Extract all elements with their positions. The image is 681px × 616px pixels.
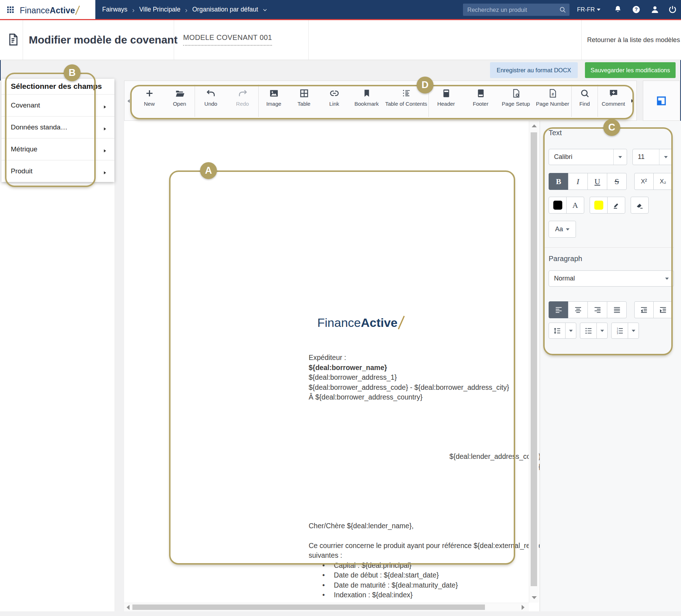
- document-page[interactable]: FinanceActive Expéditeur :${deal:borrowe…: [124, 121, 540, 611]
- properties-pane-icon: [656, 95, 667, 106]
- toolbar-bookmark-button[interactable]: Bookmark: [349, 81, 384, 120]
- horizontal-scrollbar[interactable]: [124, 603, 529, 612]
- toolbar-new-button[interactable]: New: [134, 81, 164, 120]
- chevron-right-icon: [184, 7, 189, 12]
- horizontal-scroll-thumb[interactable]: [132, 604, 485, 610]
- toolbar-item-label: Open: [173, 101, 186, 107]
- toolbar-open-button[interactable]: Open: [164, 81, 195, 120]
- numbered-list-button[interactable]: 123: [611, 323, 628, 339]
- callout-c: C: [603, 119, 620, 136]
- paragraph-section-title: Paragraph: [549, 255, 582, 263]
- align-justify-button[interactable]: [607, 301, 627, 318]
- chevron-down-icon[interactable]: [262, 7, 268, 12]
- search-input[interactable]: [463, 6, 559, 13]
- toolbar-scroll-left-icon[interactable]: [126, 98, 132, 104]
- font-color-swatch[interactable]: [549, 197, 567, 214]
- scroll-left-icon[interactable]: [127, 605, 130, 610]
- toolbar-table-button[interactable]: Table: [289, 81, 319, 120]
- vertical-scrollbar[interactable]: [529, 121, 539, 603]
- font-format-group: B I U S: [549, 173, 627, 190]
- scroll-up-icon[interactable]: [532, 124, 537, 127]
- highlight-pen-button[interactable]: [607, 197, 625, 214]
- chevron-down-icon: [659, 149, 672, 165]
- align-center-button[interactable]: [568, 301, 588, 318]
- font-size-select[interactable]: 11: [632, 149, 673, 165]
- increase-indent-icon: [659, 306, 667, 314]
- toolbar-comment-button[interactable]: Comment: [598, 81, 629, 120]
- font-family-select[interactable]: Calibri: [549, 149, 627, 165]
- paragraph-style-select[interactable]: Normal: [549, 270, 674, 287]
- italic-button[interactable]: I: [568, 173, 588, 190]
- toolbar-footer-button[interactable]: Footer: [463, 81, 498, 120]
- fields-menu-item-m-trique[interactable]: Métrique: [1, 138, 114, 160]
- underline-button[interactable]: U: [587, 173, 607, 190]
- properties-pane-toggle[interactable]: [643, 81, 680, 121]
- clear-format-button[interactable]: [631, 197, 649, 214]
- page-header: Modifier modèle de covenant MODELE COVEN…: [0, 20, 681, 60]
- submenu-arrow-icon: [103, 125, 107, 130]
- toolbar-page-number-button[interactable]: #Page Number: [534, 81, 571, 120]
- toolbar-item-label: Page Setup: [502, 101, 530, 107]
- page-number-icon: #: [548, 88, 558, 98]
- save-button[interactable]: Sauvegarder les modifications: [585, 62, 676, 78]
- align-right-button[interactable]: [587, 301, 607, 318]
- bullet-marker: •: [322, 561, 325, 571]
- find-icon: [580, 88, 590, 98]
- help-icon[interactable]: ?: [632, 5, 641, 14]
- scroll-down-icon[interactable]: [532, 596, 537, 599]
- toolbar-item-label: Find: [579, 101, 590, 107]
- app-launcher-icon[interactable]: [6, 5, 15, 14]
- fields-menu-item-donn-es-standa-[interactable]: Données standa…: [1, 117, 114, 138]
- subscript-button[interactable]: X₂: [653, 173, 673, 190]
- fields-menu-item-covenant[interactable]: Covenant: [1, 95, 114, 117]
- breadcrumb-item[interactable]: Organisation par défaut: [192, 6, 258, 13]
- align-left-button[interactable]: [549, 301, 568, 318]
- superscript-button[interactable]: X²: [634, 173, 654, 190]
- toolbar-item-label: New: [144, 101, 155, 107]
- search-icon[interactable]: [559, 6, 566, 13]
- breadcrumb-item[interactable]: Ville Principale: [139, 6, 180, 13]
- decrease-indent-button[interactable]: [634, 301, 654, 318]
- template-name[interactable]: MODELE COVENANT 001: [183, 33, 272, 46]
- bullet-list-dropdown[interactable]: [596, 323, 608, 339]
- fields-menu: Sélectionner des champs CovenantDonnées …: [1, 79, 114, 182]
- toolbar-image-button[interactable]: Image: [259, 81, 289, 120]
- breadcrumb-item[interactable]: Fairways: [102, 6, 127, 13]
- fields-menu-item-produit[interactable]: Produit: [1, 160, 114, 182]
- user-icon[interactable]: [650, 5, 659, 14]
- bold-button[interactable]: B: [549, 173, 568, 190]
- vertical-scroll-thumb[interactable]: [531, 132, 537, 586]
- product-search[interactable]: [463, 4, 569, 16]
- line-spacing-button[interactable]: [549, 323, 566, 339]
- callout-b: B: [64, 64, 81, 81]
- toolbar-item-label: Header: [437, 101, 455, 107]
- power-icon[interactable]: [668, 5, 677, 14]
- letter-logo-slash-icon: [398, 315, 405, 330]
- editor-toolbar: NewOpenUndoRedoImageTableLinkBookmarkTab…: [124, 81, 637, 121]
- bullet-list-button[interactable]: [580, 323, 597, 339]
- language-selector[interactable]: FR-FR: [577, 0, 600, 19]
- bookmark-icon: [362, 88, 372, 98]
- toolbar-scroll-right[interactable]: [628, 81, 636, 120]
- bullet-list-icon: [585, 327, 593, 335]
- toolbar-link-button[interactable]: Link: [319, 81, 349, 120]
- back-to-list-link[interactable]: Retourner à la liste des modèles: [587, 20, 680, 60]
- logo-box[interactable]: FinanceActive: [0, 0, 95, 19]
- font-color-button[interactable]: A: [566, 197, 584, 214]
- numbered-list-dropdown[interactable]: [628, 323, 639, 339]
- highlight-swatch[interactable]: [590, 197, 608, 214]
- increase-indent-button[interactable]: [653, 301, 673, 318]
- line-spacing-dropdown[interactable]: [565, 323, 576, 339]
- toolbar-header-button[interactable]: Header: [429, 81, 463, 120]
- toolbar-undo-button[interactable]: Undo: [195, 81, 227, 120]
- notifications-icon[interactable]: [613, 5, 622, 14]
- undo-icon: [206, 88, 216, 98]
- fields-menu-item-label: Covenant: [11, 101, 40, 109]
- strikethrough-button[interactable]: S: [607, 173, 627, 190]
- toolbar-page-setup-button[interactable]: Page Setup: [498, 81, 534, 120]
- numbered-list-split: 123: [611, 323, 639, 339]
- toolbar-find-button[interactable]: Find: [572, 81, 598, 120]
- export-docx-button[interactable]: Enregistrer au format DOCX: [490, 62, 578, 78]
- change-case-button[interactable]: Aa: [549, 221, 576, 238]
- scroll-right-icon[interactable]: [522, 605, 525, 610]
